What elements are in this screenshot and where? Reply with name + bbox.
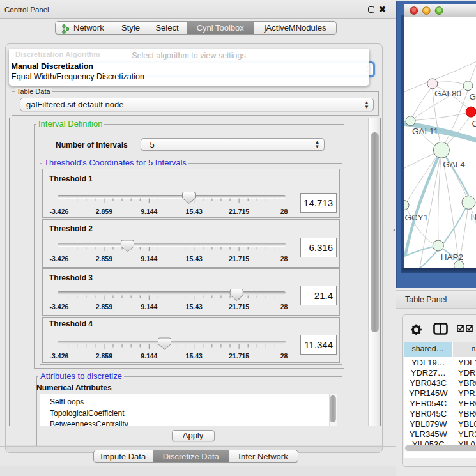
svg-text:HA: HA [470, 212, 476, 222]
svg-text:GCY1: GCY1 [404, 213, 428, 222]
svg-text:CY: CY [472, 119, 476, 128]
svg-text:GAL11: GAL11 [411, 127, 438, 136]
svg-text:GA: GA [469, 92, 476, 102]
svg-text:GAL80: GAL80 [434, 89, 461, 98]
svg-text:HAP2: HAP2 [440, 252, 463, 262]
svg-text:GAL4: GAL4 [443, 160, 465, 169]
